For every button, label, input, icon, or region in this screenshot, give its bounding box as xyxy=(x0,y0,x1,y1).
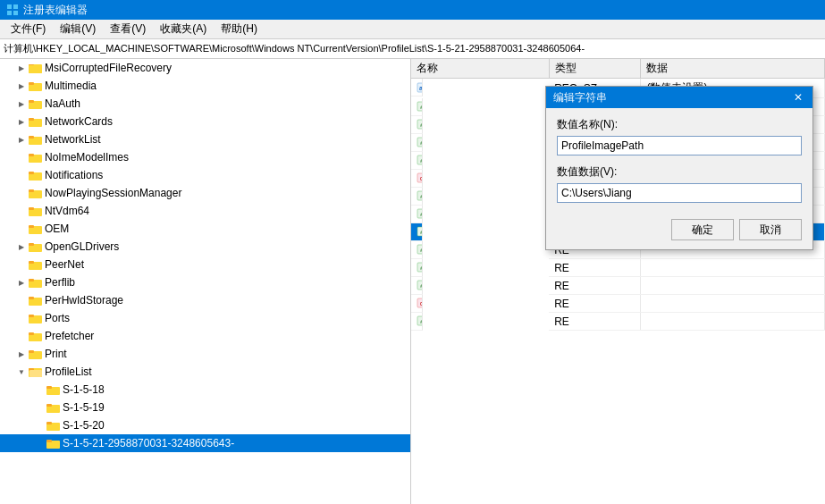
tree-item-s1518[interactable]: S-1-5-18 xyxy=(0,381,410,399)
tree-label: S-1-5-20 xyxy=(63,419,105,432)
svg-rect-34 xyxy=(29,315,34,317)
folder-icon xyxy=(29,348,43,360)
tree-toggle: ▶ xyxy=(14,132,29,147)
menu-favorites[interactable]: 收藏夹(A) xyxy=(153,20,214,38)
svg-rect-22 xyxy=(29,207,34,210)
tree-item-profilelist[interactable]: ▼ ProfileList xyxy=(0,363,410,381)
folder-icon xyxy=(29,240,43,253)
reg-value-icon: ## xyxy=(417,100,423,113)
reg-name-cell: ##LocalProfileLo... xyxy=(411,134,423,152)
tree-item-ntvdm64[interactable]: NtVdm64 xyxy=(0,202,410,220)
svg-text:##: ## xyxy=(420,248,423,253)
menu-edit[interactable]: 编辑(V) xyxy=(53,20,103,38)
menu-bar: 文件(F) 编辑(V) 查看(V) 收藏夹(A) 帮助(H) xyxy=(0,20,825,39)
registry-row[interactable]: ##StateRE xyxy=(411,313,825,331)
tree-item-print[interactable]: ▶ Print xyxy=(0,345,410,363)
tree-toggle: ▶ xyxy=(14,347,29,361)
tree-item-ports[interactable]: Ports xyxy=(0,309,410,327)
svg-rect-1 xyxy=(13,4,18,9)
svg-rect-45 xyxy=(46,404,52,407)
reg-data-cell xyxy=(641,313,825,331)
tree-toggle: ▶ xyxy=(14,61,29,75)
tree-item-networkcards[interactable]: ▶ NetworkCards xyxy=(0,113,410,130)
folder-icon xyxy=(29,169,43,181)
folder-icon xyxy=(46,383,61,396)
ok-button[interactable]: 确定 xyxy=(671,219,734,240)
tree-toggle: ▼ xyxy=(14,365,29,379)
reg-type-cell: RE xyxy=(549,313,641,331)
reg-value-icon: ## xyxy=(417,207,423,220)
tree-item-nowplaying[interactable]: NowPlayingSessionManager xyxy=(0,184,410,202)
folder-icon xyxy=(46,437,61,449)
name-input[interactable] xyxy=(557,136,802,155)
svg-text:##: ## xyxy=(420,140,423,146)
reg-data-cell xyxy=(641,295,825,313)
tree-label: NetworkList xyxy=(45,133,101,146)
col-header-data: 数据 xyxy=(641,59,825,79)
tree-item-oem[interactable]: OEM xyxy=(0,220,410,238)
folder-icon xyxy=(29,115,43,128)
tree-item-multimedia[interactable]: ▶ Multimedia xyxy=(0,77,410,95)
tree-toggle: ▶ xyxy=(14,97,29,111)
data-input[interactable] xyxy=(557,183,802,203)
cancel-button[interactable]: 取消 xyxy=(739,219,802,240)
tree-item-opengldrivers[interactable]: ▶ OpenGLDrivers xyxy=(0,238,410,256)
tree-item-noimemodel[interactable]: NoImeModelImes xyxy=(0,148,410,166)
folder-icon xyxy=(29,312,43,324)
tree-label: Print xyxy=(45,348,67,360)
tree-item-peernet[interactable]: PeerNet xyxy=(0,256,410,273)
reg-name-cell: ##ProfileAttempt... xyxy=(411,188,423,206)
tree-item-msicorrupted[interactable]: ▶ MsiCorruptedFileRecovery xyxy=(0,59,410,77)
svg-rect-16 xyxy=(29,154,34,156)
reg-name-cell: ##FullProfile xyxy=(411,116,423,134)
svg-rect-43 xyxy=(46,386,52,389)
reg-type-cell: RE xyxy=(549,259,641,277)
tree-item-networklist[interactable]: ▶ NetworkList xyxy=(0,130,410,148)
svg-rect-24 xyxy=(29,225,34,228)
tree-label: S-1-5-18 xyxy=(63,383,105,396)
svg-text:##: ## xyxy=(420,230,423,235)
registry-row[interactable]: ##RunLogonScri...RE xyxy=(411,277,825,295)
tree-item-nauth[interactable]: ▶ NaAuth xyxy=(0,95,410,113)
folder-icon xyxy=(29,330,43,342)
tree-item-notifications[interactable]: Notifications xyxy=(0,166,410,184)
tree-label: ProfileList xyxy=(45,365,92,378)
tree-item-s1520[interactable]: S-1-5-20 xyxy=(0,416,410,434)
menu-help[interactable]: 帮助(H) xyxy=(214,20,265,38)
tree-item-s1521[interactable]: S-1-5-21-2958870031-3248605643- xyxy=(0,434,410,452)
tree-label: Perflib xyxy=(45,276,75,289)
svg-rect-12 xyxy=(29,118,34,121)
tree-label: Ports xyxy=(45,312,70,324)
tree-item-s1519[interactable]: S-1-5-19 xyxy=(0,399,410,416)
registry-row[interactable]: ##ProfileLoadTim...RE xyxy=(411,259,825,277)
svg-rect-26 xyxy=(29,243,34,246)
reg-type-cell: RE xyxy=(549,277,641,295)
tree-item-prefetcher[interactable]: Prefetcher xyxy=(0,327,410,345)
reg-value-icon: ## xyxy=(417,225,423,238)
folder-icon xyxy=(29,151,43,164)
tree-panel: ▶ MsiCorruptedFileRecovery ▶ Multimedia … xyxy=(0,59,411,504)
svg-rect-36 xyxy=(29,332,34,335)
tree-label: Notifications xyxy=(45,169,103,181)
folder-icon xyxy=(46,419,61,432)
menu-file[interactable]: 文件(F) xyxy=(4,20,53,38)
tree-item-perflib[interactable]: ▶ Perflib xyxy=(0,273,410,291)
svg-text:##: ## xyxy=(420,194,423,199)
dialog-title-bar: 编辑字符串 ✕ xyxy=(546,87,812,108)
tree-toggle: ▶ xyxy=(14,79,29,93)
menu-view[interactable]: 查看(V) xyxy=(103,20,153,38)
tree-label: MsiCorruptedFileRecovery xyxy=(45,62,172,74)
reg-value-icon: ## xyxy=(417,243,423,256)
reg-value-icon: ## xyxy=(417,189,423,202)
col-header-type: 类型 xyxy=(549,59,641,79)
registry-row[interactable]: 01SidRE xyxy=(411,295,825,313)
app-icon xyxy=(5,3,20,17)
reg-value-icon: ## xyxy=(417,154,423,166)
dialog-close-button[interactable]: ✕ xyxy=(791,90,805,105)
tree-item-perhwid[interactable]: PerHwIdStorage xyxy=(0,291,410,309)
reg-value-icon: 01 xyxy=(417,297,423,309)
svg-rect-6 xyxy=(29,65,42,73)
reg-name-cell: ##State xyxy=(411,313,423,331)
svg-text:##: ## xyxy=(420,105,423,110)
tree-label: NoImeModelImes xyxy=(45,151,129,164)
